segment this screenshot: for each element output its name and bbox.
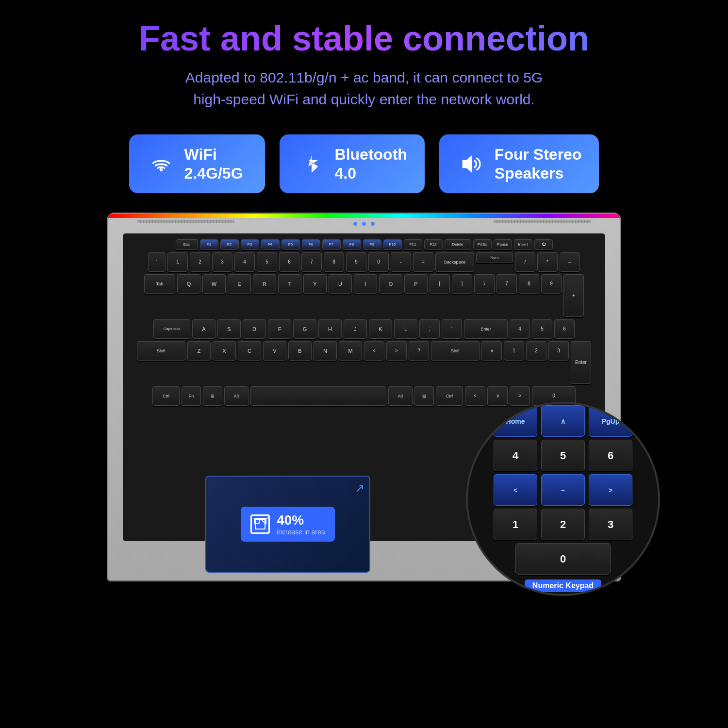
key-ctrl-left[interactable]: Ctrl — [152, 386, 180, 406]
key-numlock[interactable]: Num — [476, 252, 513, 263]
key-f10[interactable]: F10 — [383, 239, 402, 250]
key-rbracket[interactable]: ] — [452, 274, 472, 294]
key-prtsc[interactable]: PrtSc — [473, 239, 492, 250]
numpad-key-3[interactable]: 3 — [589, 509, 632, 540]
numpad-key-0[interactable]: 0 — [515, 543, 611, 575]
key-num-minus[interactable]: – — [560, 252, 580, 272]
key-n[interactable]: N — [314, 341, 337, 361]
key-f1[interactable]: F1 — [200, 239, 218, 250]
key-backslash[interactable]: \ — [474, 274, 495, 294]
key-8[interactable]: 8 — [324, 252, 344, 272]
key-insert[interactable]: Insert — [514, 239, 532, 250]
key-c[interactable]: C — [238, 341, 261, 361]
key-2[interactable]: 2 — [190, 252, 210, 272]
key-pause[interactable]: Pause — [494, 239, 512, 250]
key-a[interactable]: A — [192, 319, 215, 339]
numpad-key-right[interactable]: > — [589, 474, 632, 506]
key-alt-right[interactable]: Alt — [388, 386, 413, 406]
key-caps-lock[interactable]: Caps lock — [153, 319, 190, 339]
key-f8[interactable]: F8 — [343, 239, 361, 250]
numpad-key-dash[interactable]: – — [541, 474, 585, 506]
key-power[interactable]: ⏻ — [534, 239, 553, 250]
key-equals[interactable]: = — [413, 252, 433, 272]
key-t[interactable]: T — [278, 274, 301, 294]
key-5[interactable]: 5 — [257, 252, 277, 272]
key-f12[interactable]: F12 — [424, 239, 443, 250]
key-m[interactable]: M — [339, 341, 362, 361]
key-7[interactable]: 7 — [301, 252, 322, 272]
key-num-slash[interactable]: / — [515, 252, 535, 272]
key-b[interactable]: B — [288, 341, 312, 361]
key-1[interactable]: 1 — [167, 252, 188, 272]
key-f9[interactable]: F9 — [363, 239, 381, 250]
key-arrow-down[interactable]: ∨ — [487, 386, 508, 406]
key-num5[interactable]: 5 — [532, 319, 552, 339]
key-delete[interactable]: Delete — [445, 239, 471, 250]
key-num9[interactable]: 9 — [541, 274, 562, 294]
key-z[interactable]: Z — [187, 341, 211, 361]
key-w[interactable]: W — [202, 274, 226, 294]
key-comma[interactable]: < — [364, 341, 384, 361]
key-4[interactable]: 4 — [234, 252, 255, 272]
key-menu[interactable]: ▤ — [414, 386, 434, 406]
key-num-enter[interactable]: Enter — [571, 341, 591, 384]
key-f[interactable]: F — [268, 319, 291, 339]
key-f3[interactable]: F3 — [241, 239, 259, 250]
key-l[interactable]: L — [394, 319, 417, 339]
key-ctrl-right[interactable]: Ctrl — [436, 386, 463, 406]
key-backspace[interactable]: Backspace — [435, 252, 474, 272]
key-q[interactable]: Q — [177, 274, 200, 294]
key-0[interactable]: 0 — [368, 252, 389, 272]
key-win[interactable]: ⊞ — [203, 386, 222, 406]
key-9[interactable]: 9 — [346, 252, 366, 272]
key-f11[interactable]: F11 — [404, 239, 422, 250]
key-y[interactable]: Y — [303, 274, 327, 294]
key-semicolon[interactable]: ; — [419, 319, 440, 339]
key-slash[interactable]: ? — [409, 341, 429, 361]
key-g[interactable]: G — [293, 319, 316, 339]
key-j[interactable]: J — [344, 319, 367, 339]
key-f7[interactable]: F7 — [322, 239, 341, 250]
key-esc[interactable]: Esc — [176, 239, 198, 250]
key-i[interactable]: I — [354, 274, 377, 294]
key-period[interactable]: > — [386, 341, 407, 361]
key-3[interactable]: 3 — [212, 252, 232, 272]
key-num6[interactable]: 6 — [554, 319, 575, 339]
key-quote[interactable]: ' — [442, 319, 462, 339]
key-f5[interactable]: F5 — [281, 239, 300, 250]
key-arrow-left[interactable]: < — [465, 386, 485, 406]
key-h[interactable]: H — [318, 319, 342, 339]
key-shift-right[interactable]: Shift — [431, 341, 480, 361]
key-r[interactable]: R — [253, 274, 276, 294]
key-num3[interactable]: 3 — [548, 341, 569, 361]
key-f6[interactable]: F6 — [302, 239, 320, 250]
key-space[interactable] — [250, 386, 386, 406]
key-minus[interactable]: - — [391, 252, 411, 272]
key-backtick[interactable]: ` — [148, 252, 165, 272]
key-num-plus[interactable]: + — [563, 274, 584, 317]
numpad-key-5[interactable]: 5 — [541, 440, 585, 471]
key-6[interactable]: 6 — [279, 252, 299, 272]
key-lbracket[interactable]: [ — [430, 274, 450, 294]
key-fn[interactable]: Fn — [182, 386, 201, 406]
numpad-key-1[interactable]: 1 — [494, 509, 537, 540]
key-f4[interactable]: F4 — [261, 239, 280, 250]
key-v[interactable]: V — [263, 341, 286, 361]
key-num4[interactable]: 4 — [510, 319, 530, 339]
key-e[interactable]: E — [228, 274, 251, 294]
key-enter[interactable]: Enter — [464, 319, 508, 339]
key-shift-left[interactable]: Shift — [137, 341, 185, 361]
key-o[interactable]: O — [379, 274, 402, 294]
key-num7[interactable]: 7 — [496, 274, 517, 294]
key-d[interactable]: D — [243, 319, 266, 339]
key-alt-left[interactable]: Alt — [224, 386, 248, 406]
key-num-asterisk[interactable]: * — [537, 252, 558, 272]
key-num8[interactable]: 8 — [519, 274, 539, 294]
key-arrow-right[interactable]: > — [510, 386, 530, 406]
key-arrow-up[interactable]: ∧ — [481, 341, 502, 361]
key-tab[interactable]: Tab — [144, 274, 175, 294]
numpad-key-6[interactable]: 6 — [589, 440, 632, 471]
key-s[interactable]: S — [217, 319, 241, 339]
numpad-key-2[interactable]: 2 — [541, 509, 585, 540]
key-k[interactable]: K — [369, 319, 392, 339]
